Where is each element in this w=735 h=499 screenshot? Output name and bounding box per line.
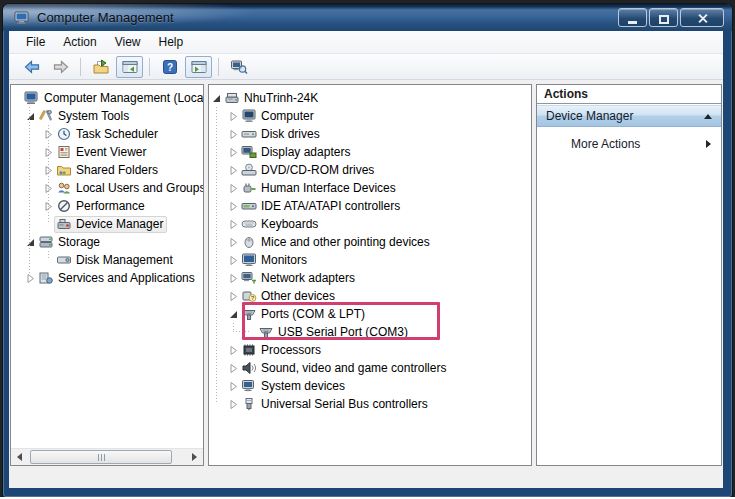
tree-item-display-adapters[interactable]: Display adapters xyxy=(209,143,531,161)
tree-guide xyxy=(233,331,249,332)
monitor-icon xyxy=(241,253,257,267)
local-users-groups-icon xyxy=(56,181,72,195)
tree-item-disk-management[interactable]: Disk Management xyxy=(11,251,203,269)
remote-computer-button[interactable] xyxy=(225,56,252,78)
tree-item-computer-management-local[interactable]: Computer Management (Local) xyxy=(11,89,203,107)
menu-item-view[interactable]: View xyxy=(106,32,150,52)
action-pane-icon xyxy=(190,59,208,75)
collapsed-expander-icon[interactable] xyxy=(228,292,239,301)
tree-item-network-adapters[interactable]: Network adapters xyxy=(209,269,531,287)
more-actions-item[interactable]: More Actions xyxy=(537,132,721,156)
tree-item-nhutrinh-24k[interactable]: NhuTrinh-24K xyxy=(209,89,531,107)
title-bar[interactable]: Computer Management xyxy=(3,4,732,31)
tree-item-ide-ata-atapi-controllers[interactable]: IDE ATA/ATAPI controllers xyxy=(209,197,531,215)
scrollbar-thumb[interactable] xyxy=(30,450,172,464)
console-tree: Computer Management (Local) System Tools xyxy=(11,85,203,448)
collapsed-expander-icon[interactable] xyxy=(228,238,239,247)
collapse-arrow-icon[interactable] xyxy=(704,114,712,119)
expanded-expander-icon[interactable] xyxy=(25,112,36,121)
collapsed-expander-icon[interactable] xyxy=(228,202,239,211)
minimize-button[interactable] xyxy=(618,8,647,27)
show-console-tree-button[interactable] xyxy=(116,56,143,78)
toolbar-separator xyxy=(149,58,150,76)
help-button[interactable]: ? xyxy=(156,56,183,78)
tree-item-system-tools[interactable]: System Tools xyxy=(11,107,203,125)
collapsed-expander-icon[interactable] xyxy=(228,130,239,139)
tree-item-services-and-applications[interactable]: Services and Applications xyxy=(11,269,203,287)
tree-item-mice-and-other-pointing-devices[interactable]: Mice and other pointing devices xyxy=(209,233,531,251)
toolbar: ? xyxy=(9,54,723,80)
serial-port-icon xyxy=(258,325,274,339)
serial-port-icon xyxy=(241,307,257,321)
tree-item-storage[interactable]: Storage xyxy=(11,233,203,251)
tree-item-system-devices[interactable]: System devices xyxy=(209,377,531,395)
event-viewer-icon xyxy=(56,145,72,159)
expanded-expander-icon[interactable] xyxy=(211,94,222,103)
scrollbar-track[interactable] xyxy=(28,449,186,465)
export-list-button[interactable] xyxy=(87,56,114,78)
menu-item-action[interactable]: Action xyxy=(54,32,105,52)
forward-button[interactable] xyxy=(47,56,74,78)
collapsed-expander-icon[interactable] xyxy=(228,400,239,409)
tree-item-monitors[interactable]: Monitors xyxy=(209,251,531,269)
scroll-right-button[interactable] xyxy=(186,449,203,465)
collapsed-expander-icon[interactable] xyxy=(228,256,239,265)
scroll-left-button[interactable] xyxy=(11,449,28,465)
tree-guide xyxy=(48,251,49,260)
client-area: FileActionViewHelp ? Com xyxy=(9,31,723,488)
collapsed-expander-icon[interactable] xyxy=(25,274,36,283)
tree-item-sound-video-and-game-controllers[interactable]: Sound, video and game controllers xyxy=(209,359,531,377)
maximize-icon xyxy=(659,15,669,24)
show-action-pane-button[interactable] xyxy=(185,56,212,78)
menu-item-file[interactable]: File xyxy=(17,32,54,52)
collapsed-expander-icon[interactable] xyxy=(228,274,239,283)
more-actions-label: More Actions xyxy=(571,137,640,151)
tree-item-disk-drives[interactable]: Disk drives xyxy=(209,125,531,143)
collapsed-expander-icon[interactable] xyxy=(228,364,239,373)
collapsed-expander-icon[interactable] xyxy=(228,346,239,355)
forward-arrow-icon xyxy=(52,59,70,75)
console-tree-icon xyxy=(121,59,139,75)
collapsed-expander-icon[interactable] xyxy=(228,112,239,121)
tree-item-shared-folders[interactable]: Shared Folders xyxy=(11,161,203,179)
collapsed-expander-icon[interactable] xyxy=(228,220,239,229)
tree-item-task-scheduler[interactable]: Task Scheduler xyxy=(11,125,203,143)
tree-item-keyboards[interactable]: Keyboards xyxy=(209,215,531,233)
scroll-left-icon xyxy=(17,453,22,461)
menu-item-help[interactable]: Help xyxy=(150,32,193,52)
console-tree-pane: Computer Management (Local) System Tools xyxy=(10,84,204,466)
actions-group-device-manager[interactable]: Device Manager xyxy=(537,105,721,127)
dvd-drive-icon xyxy=(241,163,257,177)
computer-root-icon xyxy=(224,91,240,105)
collapsed-expander-icon[interactable] xyxy=(228,382,239,391)
tree-item-event-viewer[interactable]: Event Viewer xyxy=(11,143,203,161)
tree-item-local-users-and-groups[interactable]: Local Users and Groups xyxy=(11,179,203,197)
tree-item-processors[interactable]: Processors xyxy=(209,341,531,359)
tree-item-device-manager[interactable]: Device Manager xyxy=(11,215,203,233)
shared-folders-icon xyxy=(56,163,72,177)
back-button[interactable] xyxy=(18,56,45,78)
svg-text:?: ? xyxy=(251,295,255,301)
collapsed-expander-icon[interactable] xyxy=(228,148,239,157)
collapsed-expander-icon[interactable] xyxy=(228,184,239,193)
expanded-expander-icon[interactable] xyxy=(25,238,36,247)
tree-item-ports-com-lpt[interactable]: Ports (COM & LPT) xyxy=(209,305,531,323)
computer-management-app-icon xyxy=(14,11,30,25)
tree-item-other-devices[interactable]: ? Other devices xyxy=(209,287,531,305)
tree-item-dvd-cd-rom-drives[interactable]: DVD/CD-ROM drives xyxy=(209,161,531,179)
toolbar-separator xyxy=(80,58,81,76)
expanded-expander-icon[interactable] xyxy=(228,310,239,319)
tree-item-computer[interactable]: Computer xyxy=(209,107,531,125)
collapsed-expander-icon[interactable] xyxy=(228,166,239,175)
maximize-button[interactable] xyxy=(649,8,678,27)
tree-item-human-interface-devices[interactable]: Human Interface Devices xyxy=(209,179,531,197)
close-icon xyxy=(697,13,708,24)
other-devices-icon: ? xyxy=(241,289,257,303)
tree-item-universal-serial-bus-controllers[interactable]: Universal Serial Bus controllers xyxy=(209,395,531,413)
actions-pane-title: Actions xyxy=(537,85,721,104)
close-button[interactable] xyxy=(680,8,724,27)
tree-item-usb-serial-port-com3[interactable]: USB Serial Port (COM3) xyxy=(209,323,531,341)
tree-item-performance[interactable]: Performance xyxy=(11,197,203,215)
tree-guide xyxy=(216,107,217,404)
system-tools-icon xyxy=(38,109,54,123)
